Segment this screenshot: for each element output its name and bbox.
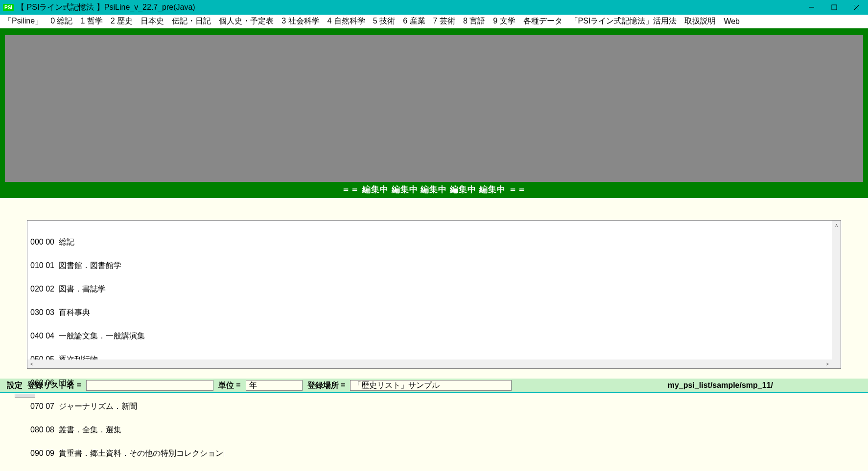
menu-katsuyou[interactable]: 「PSIライン式記憶法」活用法 [570,16,677,26]
text-line: 080 08 叢書．全集．選集 [30,426,838,434]
text-line: 070 07 ジャーナリズム．新聞 [30,403,838,410]
text-line: 020 02 図書．書誌学 [30,285,838,293]
window-title: 【 PSIライン式記憶法 】PsiLine_v_22.7_pre(Java) [17,2,195,13]
horizontal-scrollbar[interactable]: < > [27,359,832,368]
menu-8-gengo[interactable]: 8 言語 [463,16,485,26]
scroll-corner [832,359,841,368]
menu-3-shakai[interactable]: 3 社会科学 [282,16,319,26]
menu-kojinshi[interactable]: 個人史・予定表 [219,16,274,26]
menu-7-geijutsu[interactable]: 7 芸術 [433,16,455,26]
menu-0-souki[interactable]: 0 総記 [50,16,72,26]
menu-5-gijutsu[interactable]: 5 技術 [373,16,395,26]
scroll-right-icon[interactable]: > [823,359,832,368]
svg-rect-1 [832,5,837,10]
editing-status-bar: ＝＝ 編集中 編集中 編集中 編集中 編集中 ＝＝ [5,182,863,198]
scroll-left-icon[interactable]: < [27,359,36,368]
menu-2-rekishi[interactable]: 2 歴史 [111,16,133,26]
spacer [0,198,868,220]
text-line: 000 00 総記 [30,238,838,246]
canvas-area[interactable] [5,35,863,182]
close-button[interactable] [845,0,868,15]
text-line: 040 04 一般論文集．一般講演集 [30,332,838,340]
scroll-up-icon[interactable]: ∧ [832,221,841,229]
settings-button[interactable]: 設定 [7,381,23,391]
menu-web[interactable]: Web [724,17,740,26]
text-line: 030 03 百科事典 [30,309,838,316]
menu-9-bungaku[interactable]: 9 文学 [493,16,515,26]
menu-data[interactable]: 各種データ [523,16,563,26]
footer-strip [0,392,868,397]
menu-denki[interactable]: 伝記・日記 [172,16,211,26]
maximize-button[interactable] [823,0,845,15]
title-bar: PSI 【 PSIライン式記憶法 】PsiLine_v_22.7_pre(Jav… [0,0,868,15]
text-line: 010 01 図書館．図書館学 [30,262,838,269]
menu-1-tetsugaku[interactable]: 1 哲学 [80,16,102,26]
text-editor[interactable]: 000 00 総記 010 01 図書館．図書館学 020 02 図書．書誌学 … [27,220,841,369]
text-line: 060 06 団体 [30,379,838,387]
title-bar-left: PSI 【 PSIライン式記憶法 】PsiLine_v_22.7_pre(Jav… [3,2,195,13]
menu-4-shizen[interactable]: 4 自然科学 [328,16,365,26]
text-cursor [224,450,224,457]
window-controls [800,0,868,15]
minimize-button[interactable] [800,0,823,15]
menu-psiline[interactable]: 「Psiline」 [4,16,43,26]
app-icon: PSI [3,4,14,11]
vertical-scrollbar[interactable]: ∧ [832,221,841,359]
menu-nihonshi[interactable]: 日本史 [141,16,164,26]
menu-manual[interactable]: 取扱説明 [684,16,716,26]
text-line: 090 09 貴重書．郷土資料．その他の特別コレクション [30,449,838,457]
text-area-container: 000 00 総記 010 01 図書館．図書館学 020 02 図書．書誌学 … [0,220,868,369]
text-content[interactable]: 000 00 総記 010 01 図書館．図書館学 020 02 図書．書誌学 … [27,221,841,471]
menu-6-sangyo[interactable]: 6 産業 [403,16,425,26]
menu-bar: 「Psiline」 0 総記 1 哲学 2 歴史 日本史 伝記・日記 個人史・予… [0,15,868,28]
canvas-frame: ＝＝ 編集中 編集中 編集中 編集中 編集中 ＝＝ [0,28,868,198]
